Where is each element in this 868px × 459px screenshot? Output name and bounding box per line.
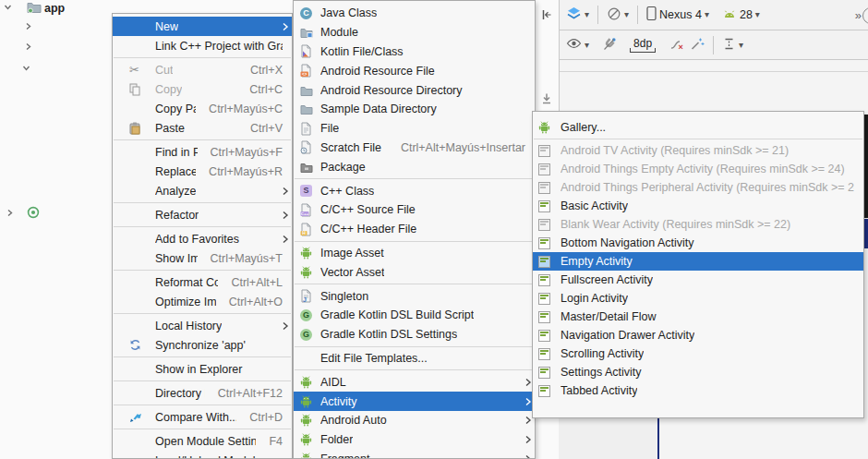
- menu-item-label: Module: [320, 26, 358, 39]
- menu-item-gradle-kotlin-dsl-build-script[interactable]: GGradle Kotlin DSL Build Script: [294, 306, 535, 325]
- menu-item-scrolling-activity[interactable]: Scrolling Activity: [533, 344, 863, 363]
- menu-item-label: Find in Path...: [155, 146, 198, 159]
- chevron-right-icon[interactable]: [23, 21, 33, 31]
- menu-item-label: Singleton: [320, 290, 368, 303]
- menu-item-bottom-navigation-activity[interactable]: Bottom Navigation Activity: [533, 234, 863, 252]
- menu-item-c-class[interactable]: SC++ Class: [294, 181, 535, 200]
- menu-item-label: Load/Unload Modules...: [155, 454, 277, 459]
- menu-item-optimize-imports[interactable]: Optimize ImportsCtrl+Alt+O: [113, 292, 292, 311]
- menu-item-analyze[interactable]: Analyze: [113, 181, 292, 200]
- chevron-down-icon[interactable]: [3, 2, 13, 15]
- collapse-left-icon[interactable]: [540, 8, 553, 24]
- clear-constraints-button[interactable]: ×: [666, 35, 687, 55]
- api-level-selector[interactable]: 28 ▾: [719, 6, 763, 23]
- pack-align-button[interactable]: ▾: [719, 35, 746, 55]
- android-icon: [300, 395, 320, 408]
- menu-item-tabbed-activity[interactable]: Tabbed Activity: [533, 381, 863, 400]
- android-head-icon: [722, 8, 737, 21]
- dropdown-arrow-icon: ▾: [755, 10, 760, 19]
- menu-item-find-in-path[interactable]: Find in Path...Ctrl+Mayús+F: [113, 142, 292, 162]
- menu-item-show-in-explorer[interactable]: Show in Explorer: [113, 359, 292, 379]
- menu-item-show-image-thumbnails[interactable]: Show Image ThumbnailsCtrl+Mayús+T: [113, 248, 292, 268]
- menu-item-refactor[interactable]: Refactor: [113, 205, 292, 224]
- menu-item-label: Show in Explorer: [155, 363, 243, 376]
- menu-item-singleton[interactable]: JSingleton: [294, 286, 535, 306]
- menu-item-reformat-code[interactable]: Reformat CodeCtrl+Alt+L: [113, 272, 292, 292]
- menu-separator: [114, 202, 291, 203]
- menu-item-package[interactable]: Package: [294, 157, 535, 176]
- orientation-button[interactable]: ▾: [604, 5, 632, 26]
- menu-item-aidl[interactable]: AIDL: [294, 372, 535, 392]
- menu-item-label: Navigation Drawer Activity: [561, 329, 694, 342]
- menu-item-new[interactable]: New: [113, 17, 292, 36]
- menu-item-c-c-source-file[interactable]: C++C/C++ Source File: [294, 200, 535, 220]
- menu-item-kotlin-file-class[interactable]: Kotlin File/Class: [294, 42, 535, 62]
- menu-item-scratch-file[interactable]: Scratch FileCtrl+Alt+Mayús+Insertar: [294, 139, 535, 158]
- menu-item-c-c-header-file[interactable]: HC/C++ Header File: [294, 220, 535, 239]
- view-options-button[interactable]: ▾: [563, 36, 592, 54]
- menu-item-edit-file-templates[interactable]: Edit File Templates...: [294, 349, 535, 368]
- api-level: 28: [740, 8, 753, 21]
- menu-item-basic-activity[interactable]: Basic Activity: [533, 197, 863, 215]
- app-module-row[interactable]: app: [3, 1, 65, 16]
- menu-item-module[interactable]: Module: [294, 23, 535, 42]
- menu-item-compare-with[interactable]: Compare With...Ctrl+D: [113, 407, 292, 427]
- menu-item-sample-data-directory[interactable]: Sample Data Directory: [294, 100, 535, 119]
- menu-item-copy-path[interactable]: Copy PathCtrl+Mayús+C: [113, 99, 292, 118]
- menu-item-shortcut: Ctrl+C: [236, 83, 283, 96]
- menu-item-settings-activity[interactable]: Settings Activity: [533, 363, 863, 381]
- menu-separator: [114, 380, 291, 381]
- folder-icon: [300, 103, 320, 115]
- menu-item-android-resource-file[interactable]: <>Android Resource File: [294, 61, 535, 80]
- gradle-node-row[interactable]: [5, 206, 40, 222]
- module-label[interactable]: app: [44, 2, 65, 15]
- menu-item-image-asset[interactable]: Image Asset: [294, 244, 535, 263]
- menu-item-link-c-project-with-gradle[interactable]: Link C++ Project with Gradle: [113, 36, 292, 55]
- menu-item-android-tv-activity-requires-minsdk-21: Android TV Activity (Requires minSdk >= …: [533, 141, 863, 160]
- default-margins-button[interactable]: 8dp: [627, 35, 658, 54]
- menu-item-navigation-drawer-activity[interactable]: Navigation Drawer Activity: [533, 326, 863, 344]
- menu-item-gallery[interactable]: Gallery...: [533, 118, 863, 137]
- design-surface-button[interactable]: ▾: [563, 5, 592, 25]
- menu-item-gradle-kotlin-dsl-settings[interactable]: GGradle Kotlin DSL Settings: [294, 325, 535, 344]
- device-selector[interactable]: Nexus 4 ▾: [644, 4, 712, 26]
- menu-item-empty-activity[interactable]: Empty Activity: [533, 252, 863, 271]
- cpp-source-file-icon: C++: [300, 203, 320, 217]
- menu-item-load-unload-modules[interactable]: Load/Unload Modules...: [113, 451, 292, 459]
- menu-item-fragment[interactable]: Fragment: [294, 450, 535, 459]
- menu-item-folder[interactable]: Folder: [294, 430, 535, 450]
- menu-item-add-to-favorites[interactable]: Add to Favorites: [113, 229, 292, 248]
- menu-item-label: Fullscreen Activity: [561, 273, 653, 286]
- menu-item-master-detail-flow[interactable]: Master/Detail Flow: [533, 308, 863, 326]
- menu-item-android-resource-directory[interactable]: Android Resource Directory: [294, 80, 535, 100]
- menu-item-replace-in-path[interactable]: Replace in Path...Ctrl+Mayús+R: [113, 162, 292, 181]
- menu-item-synchronize-app[interactable]: Synchronize 'app': [113, 335, 292, 355]
- chevron-right-icon[interactable]: [23, 42, 33, 52]
- activity-template-green-icon: [538, 200, 561, 212]
- menu-item-paste[interactable]: PasteCtrl+V: [113, 118, 292, 138]
- menu-item-vector-asset[interactable]: Vector Asset: [294, 262, 535, 282]
- chevron-right-icon[interactable]: [5, 208, 15, 221]
- infer-constraints-button[interactable]: [687, 35, 707, 55]
- menu-item-local-history[interactable]: Local History: [113, 316, 292, 335]
- menu-item-open-module-settings[interactable]: Open Module SettingsF4: [113, 431, 292, 451]
- menu-item-android-auto[interactable]: Android Auto: [294, 411, 535, 430]
- menu-item-shortcut: Ctrl+Mayús+C: [196, 103, 283, 115]
- menu-item-fullscreen-activity[interactable]: Fullscreen Activity: [533, 271, 863, 289]
- menu-item-directory-path[interactable]: Directory PathCtrl+Alt+F12: [113, 383, 292, 403]
- svg-text:C++: C++: [301, 211, 309, 216]
- clear-constraints-icon: ×: [669, 37, 684, 54]
- menu-item-file[interactable]: File: [294, 119, 535, 139]
- menu-item-login-activity[interactable]: Login Activity: [533, 289, 863, 308]
- menu-item-activity[interactable]: Activity: [294, 392, 535, 411]
- menu-item-java-class[interactable]: CJava Class: [294, 4, 535, 23]
- chevron-down-icon[interactable]: [21, 63, 31, 73]
- toolbar-separator: [713, 36, 714, 54]
- dropdown-arrow-icon: ▾: [624, 10, 629, 19]
- download-icon[interactable]: [540, 92, 553, 108]
- toolbar-overflow-button[interactable]: »: [855, 8, 861, 22]
- zoom-control-fragment[interactable]: [862, 7, 868, 24]
- autoconnect-button[interactable]: [599, 35, 620, 55]
- cpp-class-icon: S: [300, 185, 320, 197]
- scissors-icon: ✂: [129, 64, 155, 76]
